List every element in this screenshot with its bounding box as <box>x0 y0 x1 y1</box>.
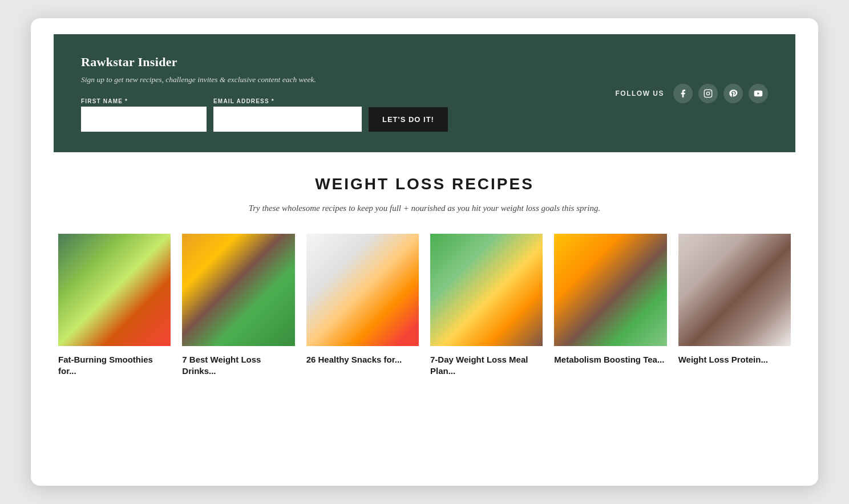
recipe-thumbnail-6 <box>678 234 791 346</box>
recipe-title-3: 26 Healthy Snacks for... <box>306 354 419 365</box>
recipe-grid: Fat-Burning Smoothies for... 7 Best Weig… <box>58 234 791 376</box>
recipe-image-3 <box>306 234 419 346</box>
recipe-card-3[interactable]: 26 Healthy Snacks for... <box>306 234 419 376</box>
social-section: FOLLOW US <box>593 84 769 103</box>
recipe-thumbnail-2 <box>182 234 294 346</box>
recipe-title-1: Fat-Burning Smoothies for... <box>58 354 171 376</box>
svg-point-1 <box>706 92 709 95</box>
newsletter-banner: Rawkstar Insider Sign up to get new reci… <box>54 34 795 152</box>
recipe-image-1 <box>58 234 171 346</box>
recipe-card-4[interactable]: 7-Day Weight Loss Meal Plan... <box>430 234 543 376</box>
recipe-image-6 <box>678 234 791 346</box>
recipe-title-2: 7 Best Weight Loss Drinks... <box>182 354 294 376</box>
recipe-thumbnail-3 <box>306 234 419 346</box>
browser-frame: Rawkstar Insider Sign up to get new reci… <box>31 18 818 486</box>
facebook-icon[interactable] <box>673 84 693 103</box>
newsletter-form: FIRST NAME * EMAIL ADDRESS * LET'S DO IT… <box>81 98 565 132</box>
recipe-card-1[interactable]: Fat-Burning Smoothies for... <box>58 234 171 376</box>
recipe-image-2 <box>182 234 294 346</box>
recipe-card-2[interactable]: 7 Best Weight Loss Drinks... <box>182 234 294 376</box>
newsletter-left: Rawkstar Insider Sign up to get new reci… <box>81 55 565 132</box>
recipe-image-5 <box>554 234 666 346</box>
newsletter-subtitle: Sign up to get new recipes, challenge in… <box>81 75 565 84</box>
section-subtitle: Try these wholesome recipes to keep you … <box>58 204 791 213</box>
svg-point-2 <box>710 91 710 91</box>
instagram-icon[interactable] <box>698 84 718 103</box>
email-input[interactable] <box>213 107 362 132</box>
section-title: WEIGHT LOSS RECIPES <box>58 175 791 193</box>
follow-us-label: FOLLOW US <box>616 90 665 97</box>
first-name-group: FIRST NAME * <box>81 98 207 132</box>
main-content: WEIGHT LOSS RECIPES Try these wholesome … <box>31 152 818 388</box>
pinterest-icon[interactable] <box>723 84 743 103</box>
first-name-input[interactable] <box>81 107 207 132</box>
email-group: EMAIL ADDRESS * <box>213 98 362 132</box>
recipe-image-4 <box>430 234 543 346</box>
youtube-icon[interactable] <box>749 84 768 103</box>
recipe-thumbnail-5 <box>554 234 666 346</box>
recipe-thumbnail-1 <box>58 234 171 346</box>
first-name-label: FIRST NAME * <box>81 98 207 104</box>
social-icons <box>673 84 768 103</box>
recipe-title-5: Metabolism Boosting Tea... <box>554 354 666 365</box>
recipe-title-4: 7-Day Weight Loss Meal Plan... <box>430 354 543 376</box>
recipe-card-6[interactable]: Weight Loss Protein... <box>678 234 791 376</box>
newsletter-title: Rawkstar Insider <box>81 55 565 70</box>
recipe-card-5[interactable]: Metabolism Boosting Tea... <box>554 234 666 376</box>
svg-rect-0 <box>704 90 711 97</box>
recipe-title-6: Weight Loss Protein... <box>678 354 791 365</box>
email-label: EMAIL ADDRESS * <box>213 98 362 104</box>
submit-button[interactable]: LET'S DO IT! <box>369 107 448 132</box>
recipe-thumbnail-4 <box>430 234 543 346</box>
